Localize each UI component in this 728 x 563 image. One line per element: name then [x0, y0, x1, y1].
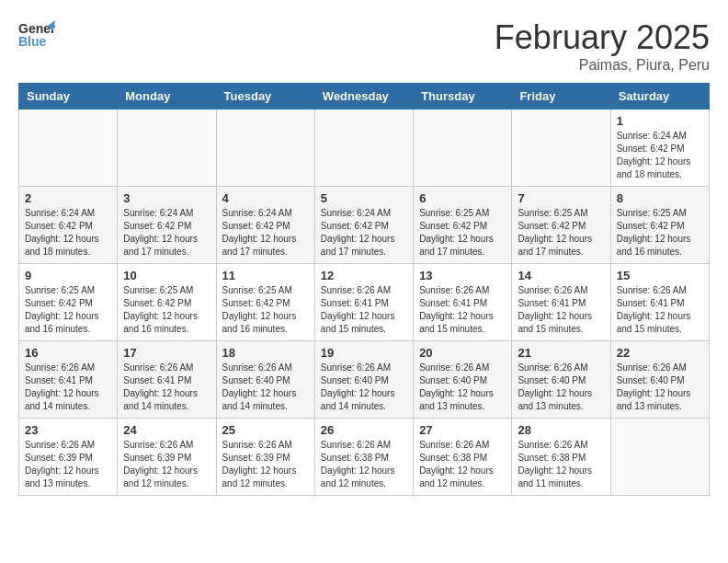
logo-icon: General Blue	[18, 18, 55, 51]
day-info: Sunrise: 6:26 AM Sunset: 6:41 PM Dayligh…	[123, 362, 210, 413]
day-number: 4	[222, 191, 309, 205]
calendar-day-cell: 4Sunrise: 6:24 AM Sunset: 6:42 PM Daylig…	[216, 187, 314, 264]
day-number: 26	[321, 423, 407, 437]
day-info: Sunrise: 6:25 AM Sunset: 6:42 PM Dayligh…	[123, 284, 210, 336]
title-block: February 2025 Paimas, Piura, Peru	[495, 18, 710, 74]
calendar-day-cell: 8Sunrise: 6:25 AM Sunset: 6:42 PM Daylig…	[610, 187, 709, 264]
day-number: 23	[25, 423, 111, 437]
calendar-table: SundayMondayTuesdayWednesdayThursdayFrid…	[18, 83, 710, 496]
day-info: Sunrise: 6:24 AM Sunset: 6:42 PM Dayligh…	[123, 207, 210, 259]
day-info: Sunrise: 6:25 AM Sunset: 6:42 PM Dayligh…	[617, 207, 703, 259]
calendar-day-cell	[19, 109, 118, 187]
day-info: Sunrise: 6:26 AM Sunset: 6:40 PM Dayligh…	[321, 362, 407, 413]
weekday-header: Wednesday	[314, 84, 413, 109]
day-number: 11	[222, 269, 309, 282]
day-info: Sunrise: 6:26 AM Sunset: 6:40 PM Dayligh…	[419, 362, 506, 413]
day-info: Sunrise: 6:26 AM Sunset: 6:41 PM Dayligh…	[617, 284, 703, 336]
calendar-day-cell: 20Sunrise: 6:26 AM Sunset: 6:40 PM Dayli…	[414, 341, 512, 419]
day-number: 22	[617, 346, 703, 360]
day-info: Sunrise: 6:26 AM Sunset: 6:41 PM Dayligh…	[25, 362, 111, 413]
calendar-week-row: 9Sunrise: 6:25 AM Sunset: 6:42 PM Daylig…	[19, 264, 710, 341]
day-number: 12	[321, 269, 407, 282]
calendar-day-cell	[216, 109, 314, 187]
calendar-day-cell: 27Sunrise: 6:26 AM Sunset: 6:38 PM Dayli…	[414, 419, 512, 496]
day-info: Sunrise: 6:24 AM Sunset: 6:42 PM Dayligh…	[617, 130, 703, 181]
calendar-day-cell	[610, 419, 709, 496]
day-info: Sunrise: 6:24 AM Sunset: 6:42 PM Dayligh…	[25, 207, 111, 259]
calendar-week-row: 1Sunrise: 6:24 AM Sunset: 6:42 PM Daylig…	[19, 109, 710, 187]
calendar-day-cell	[314, 109, 413, 187]
day-info: Sunrise: 6:25 AM Sunset: 6:42 PM Dayligh…	[222, 284, 309, 336]
calendar-day-cell: 28Sunrise: 6:26 AM Sunset: 6:38 PM Dayli…	[512, 419, 610, 496]
calendar-week-row: 2Sunrise: 6:24 AM Sunset: 6:42 PM Daylig…	[19, 187, 710, 264]
calendar-day-cell: 25Sunrise: 6:26 AM Sunset: 6:39 PM Dayli…	[216, 419, 314, 496]
calendar-day-cell: 23Sunrise: 6:26 AM Sunset: 6:39 PM Dayli…	[19, 419, 118, 496]
day-number: 20	[419, 346, 506, 360]
calendar-day-cell: 14Sunrise: 6:26 AM Sunset: 6:41 PM Dayli…	[512, 264, 610, 341]
day-info: Sunrise: 6:26 AM Sunset: 6:38 PM Dayligh…	[419, 439, 506, 490]
day-info: Sunrise: 6:26 AM Sunset: 6:39 PM Dayligh…	[25, 439, 111, 490]
weekday-header: Sunday	[19, 84, 118, 109]
page-header: General Blue February 2025 Paimas, Piura…	[18, 18, 710, 74]
day-number: 28	[518, 423, 604, 437]
calendar-day-cell	[414, 109, 512, 187]
day-info: Sunrise: 6:24 AM Sunset: 6:42 PM Dayligh…	[222, 207, 309, 259]
calendar-day-cell: 6Sunrise: 6:25 AM Sunset: 6:42 PM Daylig…	[414, 187, 512, 264]
calendar-day-cell	[118, 109, 216, 187]
day-info: Sunrise: 6:25 AM Sunset: 6:42 PM Dayligh…	[419, 207, 506, 259]
calendar-day-cell: 2Sunrise: 6:24 AM Sunset: 6:42 PM Daylig…	[19, 187, 118, 264]
location: Paimas, Piura, Peru	[495, 57, 710, 74]
day-info: Sunrise: 6:26 AM Sunset: 6:39 PM Dayligh…	[222, 439, 309, 490]
day-info: Sunrise: 6:26 AM Sunset: 6:40 PM Dayligh…	[518, 362, 604, 413]
weekday-header-row: SundayMondayTuesdayWednesdayThursdayFrid…	[19, 84, 710, 109]
day-info: Sunrise: 6:26 AM Sunset: 6:41 PM Dayligh…	[419, 284, 506, 336]
logo: General Blue	[18, 18, 55, 51]
calendar-day-cell: 3Sunrise: 6:24 AM Sunset: 6:42 PM Daylig…	[118, 187, 216, 264]
calendar-day-cell: 18Sunrise: 6:26 AM Sunset: 6:40 PM Dayli…	[216, 341, 314, 419]
day-number: 15	[617, 269, 703, 282]
calendar-day-cell: 16Sunrise: 6:26 AM Sunset: 6:41 PM Dayli…	[19, 341, 118, 419]
day-number: 24	[123, 423, 210, 437]
calendar-day-cell: 12Sunrise: 6:26 AM Sunset: 6:41 PM Dayli…	[314, 264, 413, 341]
calendar-day-cell: 9Sunrise: 6:25 AM Sunset: 6:42 PM Daylig…	[19, 264, 118, 341]
calendar-day-cell: 7Sunrise: 6:25 AM Sunset: 6:42 PM Daylig…	[512, 187, 610, 264]
day-number: 13	[419, 269, 506, 282]
calendar-day-cell: 1Sunrise: 6:24 AM Sunset: 6:42 PM Daylig…	[610, 109, 709, 187]
day-number: 27	[419, 423, 506, 437]
calendar-week-row: 16Sunrise: 6:26 AM Sunset: 6:41 PM Dayli…	[19, 341, 710, 419]
day-info: Sunrise: 6:26 AM Sunset: 6:38 PM Dayligh…	[321, 439, 407, 490]
calendar-week-row: 23Sunrise: 6:26 AM Sunset: 6:39 PM Dayli…	[19, 419, 710, 496]
weekday-header: Saturday	[610, 84, 709, 109]
day-number: 25	[222, 423, 309, 437]
day-number: 2	[25, 191, 111, 205]
day-number: 19	[321, 346, 407, 360]
calendar-day-cell: 24Sunrise: 6:26 AM Sunset: 6:39 PM Dayli…	[118, 419, 216, 496]
weekday-header: Thursday	[414, 84, 512, 109]
calendar-day-cell: 10Sunrise: 6:25 AM Sunset: 6:42 PM Dayli…	[118, 264, 216, 341]
calendar-day-cell: 13Sunrise: 6:26 AM Sunset: 6:41 PM Dayli…	[414, 264, 512, 341]
weekday-header: Tuesday	[216, 84, 314, 109]
day-number: 17	[123, 346, 210, 360]
calendar-day-cell: 15Sunrise: 6:26 AM Sunset: 6:41 PM Dayli…	[610, 264, 709, 341]
day-number: 9	[25, 269, 111, 282]
calendar-day-cell: 26Sunrise: 6:26 AM Sunset: 6:38 PM Dayli…	[314, 419, 413, 496]
calendar-day-cell: 22Sunrise: 6:26 AM Sunset: 6:40 PM Dayli…	[610, 341, 709, 419]
day-info: Sunrise: 6:24 AM Sunset: 6:42 PM Dayligh…	[321, 207, 407, 259]
day-info: Sunrise: 6:26 AM Sunset: 6:41 PM Dayligh…	[518, 284, 604, 336]
calendar-day-cell: 11Sunrise: 6:25 AM Sunset: 6:42 PM Dayli…	[216, 264, 314, 341]
calendar-day-cell: 5Sunrise: 6:24 AM Sunset: 6:42 PM Daylig…	[314, 187, 413, 264]
weekday-header: Friday	[512, 84, 610, 109]
day-number: 14	[518, 269, 604, 282]
calendar-day-cell: 21Sunrise: 6:26 AM Sunset: 6:40 PM Dayli…	[512, 341, 610, 419]
day-number: 21	[518, 346, 604, 360]
calendar-day-cell: 17Sunrise: 6:26 AM Sunset: 6:41 PM Dayli…	[118, 341, 216, 419]
day-info: Sunrise: 6:26 AM Sunset: 6:39 PM Dayligh…	[123, 439, 210, 490]
day-number: 16	[25, 346, 111, 360]
svg-text:Blue: Blue	[18, 34, 47, 49]
day-number: 18	[222, 346, 309, 360]
day-info: Sunrise: 6:26 AM Sunset: 6:41 PM Dayligh…	[321, 284, 407, 336]
month-title: February 2025	[495, 18, 710, 57]
weekday-header: Monday	[118, 84, 216, 109]
day-info: Sunrise: 6:25 AM Sunset: 6:42 PM Dayligh…	[518, 207, 604, 259]
day-number: 1	[617, 114, 703, 128]
